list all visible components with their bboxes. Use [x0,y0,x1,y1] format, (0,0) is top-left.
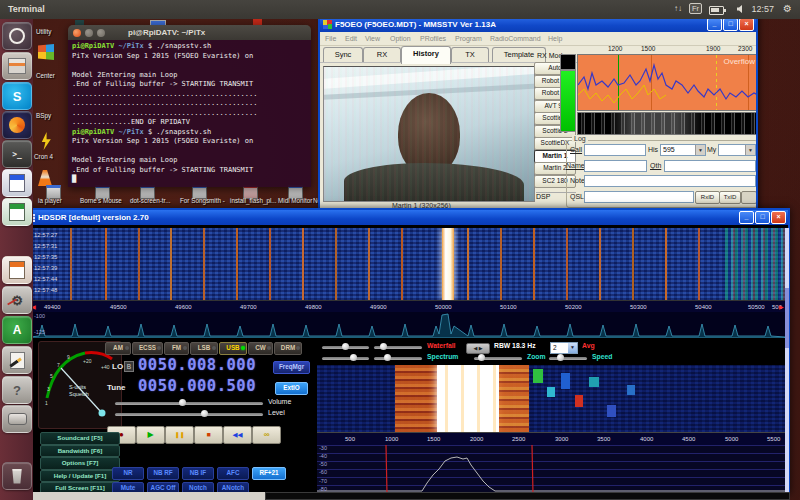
tab-rx[interactable]: RX [363,47,401,63]
menu-profiles[interactable]: PRofiles [420,35,446,42]
his-combo[interactable]: 595 ▼ [660,144,706,156]
mode-lsb[interactable]: LSB [190,342,218,355]
minimize-button[interactable]: _ [739,211,754,224]
taskbar-item-label[interactable]: ia player [38,197,62,204]
maximize-button[interactable]: □ [723,18,738,31]
qth-input[interactable] [664,160,756,172]
mode-fm[interactable]: FM [164,342,189,355]
taskbar-item-label[interactable]: install_flash_pl... [230,197,277,204]
scrollbar-thumb[interactable] [785,288,789,348]
waterfall-upper-slider[interactable] [322,346,369,349]
taskbar-item-label[interactable]: For Songsmith - [180,197,225,204]
terminal-close-button[interactable] [73,29,81,37]
combo-arrow-icon[interactable]: ▼ [695,145,705,155]
zoom-slider[interactable] [474,357,522,360]
battery-icon[interactable] [709,6,724,15]
options-button[interactable]: Options [F7] [40,457,120,470]
spin-right-icon[interactable]: ▶ [479,345,483,351]
slider-thumb[interactable] [478,354,485,361]
rxid-button[interactable]: RxID [695,191,720,204]
bandwidth-button[interactable]: Bandwidth [F6] [40,445,120,458]
mode-am[interactable]: AM [105,342,131,355]
spectrum-upper-slider[interactable] [322,357,369,360]
close-button[interactable]: × [739,18,754,31]
lightning-icon[interactable] [40,132,52,150]
rf-gain-button[interactable]: RF+21 [252,467,286,480]
taskbar-item-label[interactable]: Midi Monitor [278,197,312,204]
lo-frequency[interactable]: 0050.008.000 [138,356,256,374]
afc-button[interactable]: AFC [217,467,249,480]
terminal-titlebar[interactable]: pi@RpiDATV: ~/PiTx [68,25,311,40]
avg-dropdown[interactable]: 2 ▼ [550,342,578,354]
rf-spectrum[interactable]: -100 -125 [30,312,785,338]
launcher-item-skype[interactable]: S [2,82,32,110]
vlc-cone-icon[interactable] [38,170,52,186]
volume-icon[interactable] [737,5,742,13]
help-update-button[interactable]: Help / Update [F1] [40,470,120,483]
desktop-icon-label[interactable]: BSpy [36,112,51,119]
launcher-item-writer[interactable] [2,169,32,197]
launcher-item-help[interactable]: ? [2,376,32,404]
spin-left-icon[interactable]: ◀ [473,345,477,351]
extio-button[interactable]: ExtIO [275,382,308,395]
tune-frequency[interactable]: 0050.000.500 [138,377,256,395]
lo-band-button[interactable]: B [124,361,134,372]
play-button[interactable]: ▶ [136,426,165,444]
keyboard-layout-indicator[interactable]: Fr [689,3,702,14]
speed-slider[interactable] [549,357,587,360]
windows-flag-icon[interactable] [38,44,54,60]
waterfall-lower-slider[interactable] [374,346,422,349]
hdsdr-scrollbar[interactable] [785,228,789,494]
nb-rf-button[interactable]: NB RF [147,467,179,480]
nb-if-button[interactable]: NB IF [182,467,214,480]
loop-button[interactable]: ∞ [252,426,281,444]
tab-sync[interactable]: Sync [323,47,363,63]
slider-thumb[interactable] [342,343,349,350]
trash-button[interactable] [2,462,32,490]
slider-thumb[interactable] [384,354,391,361]
af-waterfall[interactable] [317,365,785,432]
menu-edit[interactable]: Edit [345,35,357,42]
mode-ecss[interactable]: ECSS [132,342,163,355]
minimize-button[interactable]: _ [707,18,722,31]
hdsdr-titlebar[interactable]: HDSDR [default] version 2.70 _ □ × [22,210,788,225]
spectrum-lower-slider[interactable] [374,357,422,360]
clock[interactable]: 12:57 [751,4,774,14]
tab-history[interactable]: History [401,46,451,64]
launcher-item-terminal[interactable]: >_ [2,140,32,168]
launcher-item-files[interactable] [2,52,32,80]
launcher-item-firefox[interactable] [2,111,32,139]
launcher-item-calc[interactable] [2,198,32,226]
active-app-name[interactable]: Terminal [8,4,45,14]
launcher-item-disks[interactable] [2,405,32,433]
stop-button[interactable]: ■ [194,426,223,444]
volume-slider[interactable] [115,402,263,405]
volume-slider-thumb[interactable] [179,399,186,406]
freqmgr-button[interactable]: FreqMgr [273,361,310,374]
maximize-button[interactable]: □ [755,211,770,224]
taskbar-item-label[interactable]: dot-screen-tr... [130,197,171,204]
combo-arrow-icon[interactable]: ▼ [745,145,755,155]
terminal-minimize-button[interactable] [85,29,93,37]
close-button[interactable]: × [771,211,786,224]
nr-button[interactable]: NR [112,467,144,480]
launcher-item-text-editor[interactable] [2,346,32,374]
slider-thumb[interactable] [350,354,357,361]
rf-waterfall[interactable]: 12:57:27 12:57:31 12:57:35 12:57:39 12:5… [30,228,785,300]
my-combo[interactable]: ▼ [718,144,756,156]
af-spectrum[interactable]: -30 -40 -50 -60 -70 -80 [317,445,785,494]
pause-button[interactable]: ❚❚ [165,426,194,444]
menu-program[interactable]: Program [455,35,482,42]
af-frequency-ruler[interactable]: 500 1000 1500 2000 2500 3000 3500 4000 4… [317,432,785,446]
qsl-input[interactable] [584,191,694,203]
soundcard-button[interactable]: Soundcard [F5] [40,432,120,445]
terminal-body[interactable]: pi@RpiDATV ~/PiTx $ ./snapsstv.sh PiTx V… [68,40,311,187]
menu-help[interactable]: Help [548,35,562,42]
terminal-maximize-button[interactable] [97,29,105,37]
slider-thumb[interactable] [380,343,387,350]
tab-tx[interactable]: TX [451,47,489,63]
note-input[interactable] [584,175,756,187]
launcher-item-software-updater[interactable]: A [2,316,32,344]
mode-cw[interactable]: CW [248,342,273,355]
slider-thumb[interactable] [557,354,564,361]
